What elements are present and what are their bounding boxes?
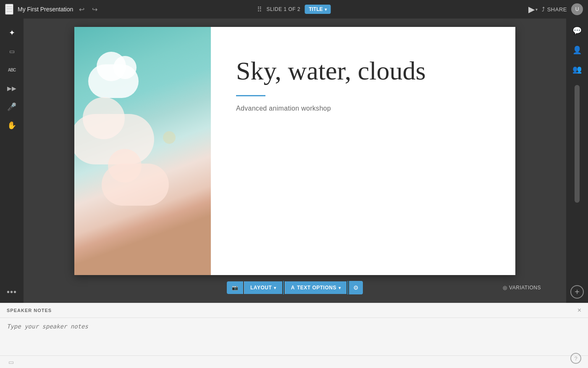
variations-icon: ◎	[503, 285, 507, 291]
person-icon: 👤	[572, 46, 582, 54]
play-icon: ▶	[528, 4, 535, 14]
layout-badge[interactable]: TITLE ▾	[304, 5, 331, 14]
play-chevron: ▾	[536, 7, 538, 12]
sidebar-item-transition[interactable]: ▶▶	[3, 80, 20, 97]
presentation-title: My First Presentation	[18, 6, 73, 13]
camera-button[interactable]: 📷	[227, 281, 244, 294]
pointer-icon: ✋	[7, 121, 16, 130]
notes-header: SPEAKER NOTES ×	[0, 303, 588, 318]
slide-counter: SLIDE 1 OF 2	[266, 6, 300, 12]
scrollbar[interactable]	[575, 85, 580, 203]
people-icon: 👥	[572, 65, 582, 74]
variations-label: VARIATIONS	[509, 285, 541, 291]
notes-title: SPEAKER NOTES	[7, 308, 52, 313]
more-icon: •••	[7, 287, 17, 297]
sidebar-item-pointer[interactable]: ✋	[3, 117, 20, 134]
slide-image	[74, 27, 211, 275]
hamburger-menu-button[interactable]: ☰	[5, 4, 13, 15]
people-button[interactable]: 👥	[569, 61, 585, 77]
add-slide-button[interactable]: +	[570, 285, 584, 299]
help-area: ?	[570, 353, 581, 364]
layout-badge-chevron: ▾	[325, 7, 327, 12]
comment-button[interactable]: 💬	[569, 23, 585, 39]
speaker-notes: SPEAKER NOTES × ▭	[0, 303, 588, 368]
share-button[interactable]: ⤴ SHARE	[542, 6, 567, 13]
camera-icon: 📷	[232, 285, 239, 291]
redo-button[interactable]: ↪	[90, 4, 99, 15]
person-button[interactable]: 👤	[569, 42, 585, 58]
slides-icon: ▭	[9, 48, 15, 55]
sidebar-item-text[interactable]: ABC	[3, 61, 20, 78]
text-options-button[interactable]: A TEXT OPTIONS ▾	[285, 281, 347, 294]
comment-icon: 💬	[572, 26, 582, 35]
layout-button[interactable]: LAYOUT ▾	[244, 281, 282, 294]
add-icon: +	[575, 287, 580, 297]
bottom-toolbar: 📷 LAYOUT ▾ A TEXT OPTIONS ▾ ⚙ ◎ VARIATIO…	[24, 281, 566, 294]
share-icon: ⤴	[542, 6, 545, 13]
slide-panel: Sky, water, clouds Advanced animation wo…	[24, 19, 566, 303]
sidebar-item-slides[interactable]: ▭	[3, 43, 20, 60]
gear-icon: ⚙	[353, 284, 359, 291]
sidebar-more-button[interactable]: •••	[7, 287, 17, 297]
text-options-chevron: ▾	[339, 286, 341, 290]
text-options-label: TEXT OPTIONS	[297, 285, 336, 291]
top-bar-center: ⠿ SLIDE 1 OF 2 TITLE ▾	[257, 5, 331, 14]
settings-button[interactable]: ⚙	[349, 281, 363, 294]
notes-footer: ▭	[0, 355, 588, 368]
sidebar-item-microphone[interactable]: 🎤	[3, 98, 20, 115]
undo-button[interactable]: ↩	[77, 4, 86, 15]
slide-divider	[236, 95, 265, 96]
left-sidebar: ✦ ▭ ABC ▶▶ 🎤 ✋ •••	[0, 19, 24, 303]
avatar[interactable]: U	[571, 3, 583, 15]
slide-subtitle: Advanced animation workshop	[236, 105, 490, 112]
grid-icon: ⠿	[257, 5, 262, 13]
slide-content: Sky, water, clouds Advanced animation wo…	[211, 27, 515, 275]
slide-canvas: Sky, water, clouds Advanced animation wo…	[74, 27, 515, 275]
main-area: ✦ ▭ ABC ▶▶ 🎤 ✋ •••	[0, 19, 588, 303]
avatar-initial: U	[575, 6, 579, 12]
speaker-notes-input[interactable]	[0, 318, 588, 355]
help-button[interactable]: ?	[570, 353, 581, 364]
transition-icon: ▶▶	[7, 85, 16, 92]
layout-label: LAYOUT	[250, 285, 272, 291]
microphone-icon: 🎤	[7, 102, 16, 111]
layout-chevron: ▾	[274, 286, 276, 290]
cloud1	[88, 64, 139, 98]
variations-button[interactable]: ◎ VARIATIONS	[503, 285, 541, 291]
slide-title: Sky, water, clouds	[236, 56, 490, 85]
layout-badge-label: TITLE	[309, 6, 323, 12]
cloud3	[102, 164, 169, 206]
moon	[163, 131, 176, 144]
share-label: SHARE	[547, 6, 567, 13]
top-bar: ☰ My First Presentation ↩ ↪ ⠿ SLIDE 1 OF…	[0, 0, 588, 19]
top-bar-right: ▶ ▾ ⤴ SHARE U	[528, 3, 583, 15]
notes-close-button[interactable]: ×	[578, 307, 581, 314]
notes-tool-icon[interactable]: ▭	[7, 357, 16, 367]
help-icon: ?	[574, 355, 577, 362]
text-icon: A	[291, 285, 295, 291]
right-sidebar: 💬 👤 👥 +	[566, 19, 588, 303]
apps-icon: ✦	[9, 28, 15, 37]
sidebar-item-apps[interactable]: ✦	[3, 24, 20, 41]
text-icon: ABC	[8, 68, 16, 72]
play-button[interactable]: ▶ ▾	[528, 4, 538, 14]
